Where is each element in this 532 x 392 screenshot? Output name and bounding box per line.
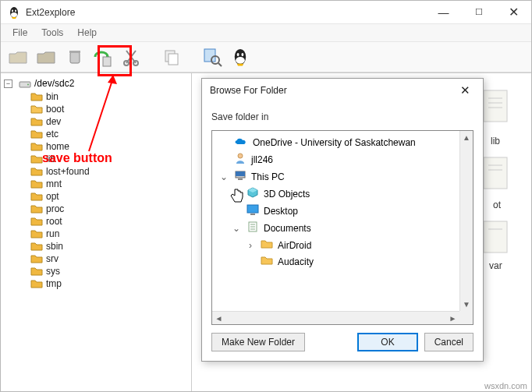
- dialog-close-button[interactable]: ✕: [456, 83, 475, 97]
- trash-button[interactable]: [62, 44, 88, 70]
- tree-item[interactable]: root: [2, 215, 190, 228]
- browse-folder-dialog: Browse For Folder ✕ Save folder in OneDr…: [201, 78, 484, 362]
- make-new-folder-button[interactable]: Make New Folder: [211, 333, 305, 351]
- cut-button[interactable]: [118, 44, 144, 70]
- dialog-tree-item[interactable]: OneDrive - University of Saskatchewan: [217, 134, 455, 150]
- dialog-tree-label: Documents: [264, 223, 311, 234]
- dialog-tree-item[interactable]: Audacity: [217, 253, 455, 270]
- menu-file[interactable]: File: [5, 26, 34, 40]
- folder-icon: [30, 116, 43, 127]
- tree-root[interactable]: − /dev/sdc2: [2, 76, 190, 90]
- svg-rect-24: [484, 157, 507, 189]
- svg-rect-20: [484, 90, 507, 122]
- tree-item[interactable]: srv: [2, 253, 190, 265]
- expand-icon[interactable]: ›: [245, 240, 256, 251]
- file-icon: [481, 156, 512, 195]
- watermark: wsxdn.com: [484, 381, 527, 390]
- tree-item-label: mnt: [46, 178, 62, 189]
- pc-icon: [234, 170, 246, 183]
- expand-icon[interactable]: ⌄: [218, 171, 229, 182]
- scroll-left-icon[interactable]: ◄: [212, 312, 225, 324]
- tree-item[interactable]: lost+found: [2, 165, 190, 178]
- tree-item[interactable]: bin: [2, 90, 190, 103]
- tree-item-label: lost+found: [46, 166, 90, 177]
- dialog-tree-item[interactable]: ›AirDroid: [217, 237, 455, 253]
- tree-root-label: /dev/sdc2: [34, 78, 74, 89]
- open-folder-button[interactable]: [5, 44, 32, 70]
- tree-item[interactable]: opt: [2, 190, 190, 203]
- open2-button[interactable]: [34, 44, 60, 70]
- desk-icon: [246, 204, 259, 217]
- fold-icon: [261, 255, 273, 268]
- dialog-tree-item[interactable]: jll246: [217, 150, 455, 168]
- maximize-button[interactable]: ☐: [461, 1, 496, 24]
- dialog-tree-label: This PC: [251, 171, 285, 182]
- tree-item-label: opt: [46, 191, 59, 202]
- vertical-scrollbar[interactable]: ▲ ▼: [459, 131, 473, 311]
- tree-item[interactable]: boot: [2, 103, 190, 115]
- linux-button[interactable]: [227, 44, 254, 70]
- dialog-tree-item[interactable]: ›3D Objects: [217, 185, 455, 203]
- svg-point-31: [238, 154, 243, 158]
- svg-point-2: [12, 9, 13, 12]
- horizontal-scrollbar[interactable]: ◄ ►: [212, 311, 459, 324]
- close-button[interactable]: ✕: [496, 1, 531, 24]
- folder-icon: [30, 228, 43, 239]
- save-button[interactable]: [90, 44, 116, 70]
- minimize-button[interactable]: —: [426, 1, 461, 24]
- scroll-corner: [459, 311, 473, 324]
- 3d-icon: [246, 186, 259, 201]
- tree-item[interactable]: sys: [2, 265, 190, 277]
- toolbar: [1, 41, 531, 72]
- dialog-tree-item[interactable]: ⌄This PC: [217, 168, 455, 185]
- folder-icon: [30, 278, 43, 289]
- file-icon: [481, 220, 512, 259]
- tree-item-label: etc: [46, 129, 59, 139]
- tree-item-label: dev: [46, 116, 61, 127]
- copy-button[interactable]: [158, 44, 185, 70]
- titlebar: Ext2explore — ☐ ✕: [1, 1, 531, 24]
- search-button[interactable]: [199, 44, 225, 70]
- scroll-down-icon[interactable]: ▼: [460, 298, 473, 311]
- menu-help[interactable]: Help: [70, 26, 104, 40]
- dialog-tree-item[interactable]: Desktop: [217, 203, 455, 219]
- tree-item-label: bin: [46, 91, 59, 102]
- tree-item[interactable]: sbin: [2, 240, 190, 253]
- folder-icon: [30, 178, 43, 189]
- fold-icon: [261, 238, 273, 252]
- scroll-right-icon[interactable]: ►: [446, 312, 459, 324]
- dialog-titlebar: Browse For Folder ✕: [202, 79, 483, 102]
- bg-label-var: var: [489, 260, 502, 271]
- tree-item[interactable]: tmp: [2, 277, 190, 290]
- scroll-up-icon[interactable]: ▲: [460, 131, 473, 144]
- ok-button[interactable]: OK: [357, 333, 417, 351]
- svg-rect-35: [247, 205, 258, 213]
- dialog-tree-view[interactable]: OneDrive - University of Saskatchewanjll…: [212, 131, 459, 311]
- tree-item[interactable]: proc: [2, 203, 190, 215]
- tree-item[interactable]: dev: [2, 115, 190, 128]
- tree-item[interactable]: mnt: [2, 178, 190, 190]
- dialog-title: Browse For Folder: [210, 85, 456, 96]
- svg-point-17: [241, 53, 243, 56]
- dialog-tree-label: OneDrive - University of Saskatchewan: [253, 137, 416, 148]
- tree-item-label: boot: [46, 104, 64, 115]
- folder-tree[interactable]: − /dev/sdc2 binbootdevetchomeliblost+fou…: [1, 73, 192, 391]
- tree-item[interactable]: etc: [2, 128, 190, 140]
- user-icon: [234, 152, 246, 167]
- cancel-button[interactable]: Cancel: [424, 333, 473, 351]
- expand-icon[interactable]: ⌄: [231, 223, 242, 234]
- svg-rect-33: [236, 171, 245, 176]
- dialog-tree-label: AirDroid: [278, 240, 311, 251]
- svg-rect-34: [238, 178, 243, 180]
- tree-item[interactable]: run: [2, 228, 190, 240]
- tree-item-label: proc: [46, 203, 64, 214]
- expand-icon[interactable]: ›: [231, 189, 242, 200]
- svg-rect-27: [484, 221, 507, 253]
- collapse-icon[interactable]: −: [4, 79, 12, 88]
- menu-tools[interactable]: Tools: [34, 26, 70, 40]
- menubar: File Tools Help: [1, 24, 531, 41]
- folder-icon: [30, 166, 43, 177]
- folder-icon: [30, 216, 43, 227]
- dialog-tree-item[interactable]: ⌄Documents: [217, 219, 455, 237]
- tree-item-label: srv: [46, 253, 59, 264]
